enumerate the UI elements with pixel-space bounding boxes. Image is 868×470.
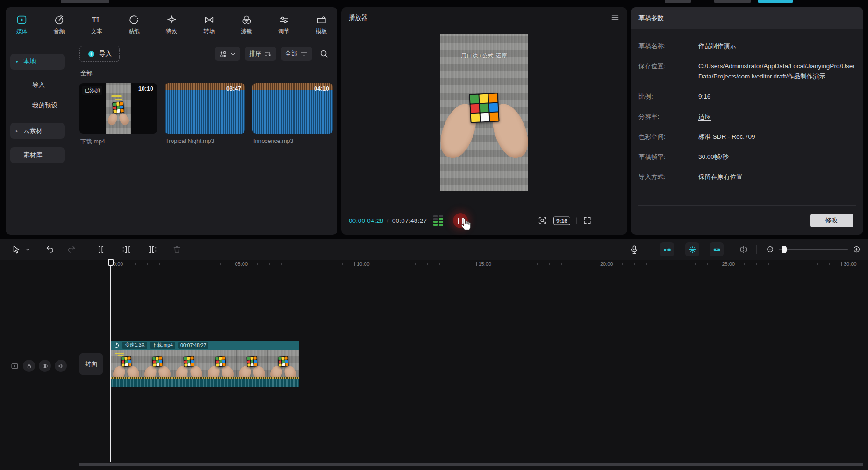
preview-axis-icon[interactable]: [739, 244, 749, 255]
grid-view-icon: [219, 50, 227, 58]
chevron-down-icon[interactable]: [24, 246, 31, 253]
filter-button[interactable]: 全部: [281, 47, 312, 61]
import-button[interactable]: 导入: [79, 46, 120, 62]
media-card-audio[interactable]: 04:10Innocence.mp3: [252, 83, 333, 146]
ratio-button[interactable]: 9:16: [553, 216, 570, 225]
param-row: 分辨率:适应: [638, 112, 856, 122]
caret-right-icon: ▸: [16, 128, 20, 133]
ruler-tick-minor: [208, 263, 208, 265]
tab-文本[interactable]: TI文本: [91, 14, 102, 36]
ruler-tick-minor: [634, 263, 635, 265]
playhead-handle[interactable]: [108, 259, 114, 266]
select-tool-icon[interactable]: [11, 244, 22, 255]
zoom-in-icon[interactable]: [852, 245, 861, 254]
delete-icon[interactable]: [172, 245, 182, 255]
tab-媒体[interactable]: 媒体: [16, 14, 28, 36]
ruler-tick-minor: [695, 263, 696, 265]
tab-贴纸[interactable]: 贴纸: [128, 14, 140, 36]
modify-button[interactable]: 修改: [810, 214, 853, 227]
lock-track-button[interactable]: [23, 360, 35, 372]
meter-cell: [433, 215, 438, 217]
param-value: 30.00帧/秒: [698, 152, 856, 162]
cropped-top-button[interactable]: [665, 0, 691, 3]
auto-snap-toggle[interactable]: [685, 242, 699, 256]
media-card-audio[interactable]: 03:47Tropical Night.mp3: [165, 83, 245, 146]
hamburger-icon[interactable]: [610, 13, 620, 22]
tab-音频[interactable]: 音频: [53, 14, 65, 36]
record-voiceover-icon[interactable]: [629, 244, 639, 255]
sidebar-item-label: 导入: [32, 81, 45, 89]
search-icon[interactable]: [319, 49, 329, 59]
cover-button[interactable]: 封面: [79, 353, 103, 375]
ruler-tick-minor: [549, 263, 550, 265]
ruler-tick-minor: [732, 263, 732, 265]
filmstrip-frame: [142, 350, 173, 377]
hide-track-button[interactable]: [39, 360, 51, 372]
ruler-tick-minor: [768, 263, 769, 265]
meter-cell: [439, 224, 443, 226]
link-toggle[interactable]: [710, 242, 724, 256]
cropped-top-button[interactable]: [714, 0, 751, 3]
audio-waveform: [252, 90, 333, 134]
split-icon[interactable]: [96, 244, 106, 255]
mute-track-button[interactable]: [55, 360, 67, 372]
horizontal-scrollbar[interactable]: [79, 463, 863, 466]
cropped-export-button[interactable]: [758, 0, 793, 3]
undo-icon[interactable]: [45, 244, 55, 255]
ruler-tick-minor: [452, 263, 452, 265]
ruler-tick-minor: [561, 263, 562, 265]
sidebar-item-我的预设[interactable]: 我的预设: [10, 100, 65, 111]
tab-调节[interactable]: 调节: [278, 14, 290, 36]
clip-filmstrip: [111, 350, 299, 377]
params-title: 草稿参数: [638, 14, 664, 22]
total-time: 00:07:48:27: [392, 217, 427, 224]
playhead-line: [110, 265, 111, 462]
tab-转场[interactable]: 转场: [203, 14, 215, 36]
ruler-tick-minor: [403, 263, 403, 265]
ruler-tick-minor: [366, 263, 367, 265]
zoom-slider-track[interactable]: [779, 249, 848, 250]
ruler-tick-minor: [501, 263, 501, 265]
link-icon: [712, 245, 721, 254]
filmstrip-frame: [237, 350, 268, 377]
param-value[interactable]: 适应: [698, 112, 856, 122]
plus-icon: [87, 50, 95, 58]
zoom-out-icon[interactable]: [766, 245, 775, 254]
video-clip[interactable]: 变速1.3X 下载.mp4 00:07:48:27: [111, 341, 299, 387]
timeline-toolbar: [0, 239, 868, 260]
media-card-video[interactable]: 已添加10:10下载.mp4: [79, 83, 157, 146]
split-delete-left-icon[interactable]: [122, 244, 132, 255]
ruler-tick-minor: [294, 263, 294, 265]
zoom-slider-handle[interactable]: [782, 246, 787, 253]
sort-button[interactable]: 排序: [245, 47, 276, 61]
cropped-top-button[interactable]: [61, 0, 109, 3]
media-file-name: Tropical Night.mp3: [165, 138, 245, 144]
ruler-tick-major: [598, 262, 598, 266]
track-controls: [0, 360, 75, 372]
view-mode-dropdown[interactable]: [215, 47, 240, 61]
split-delete-right-icon[interactable]: [147, 244, 158, 255]
player-controls: 00:00:04:28 / 00:07:48:27 9:16: [341, 212, 627, 229]
preview-quality-icon[interactable]: [538, 216, 547, 226]
fullscreen-icon[interactable]: [583, 216, 592, 225]
tab-模板[interactable]: 模板: [316, 14, 327, 36]
sidebar-item-素材库[interactable]: 素材库: [10, 147, 65, 163]
transition-icon: [203, 14, 215, 26]
tab-特效[interactable]: 特效: [166, 14, 178, 36]
sidebar-item-本地[interactable]: ▾本地: [10, 54, 65, 70]
ruler-tick-minor: [269, 263, 270, 265]
sidebar-item-云素材[interactable]: ▸云素材: [10, 123, 65, 139]
timeline-ruler[interactable]: 0:0005:0010:0015:0020:0025:0030:00: [0, 260, 868, 272]
redo-icon[interactable]: [66, 244, 77, 255]
sidebar-item-导入[interactable]: 导入: [10, 80, 65, 90]
snap-toggle[interactable]: [660, 242, 674, 256]
ruler-tick-minor: [330, 263, 330, 265]
sort-icon: [264, 50, 272, 58]
adjust-icon: [278, 14, 290, 26]
video-preview[interactable]: 用口诀+公式 还原: [440, 34, 528, 191]
ruler-tick-minor: [854, 263, 854, 265]
app-window: 媒体音频TI文本贴纸特效转场滤镜调节模板 ▾本地导入我的预设▸云素材素材库 导入…: [0, 0, 868, 470]
tab-滤镜[interactable]: 滤镜: [241, 14, 252, 36]
autosnap-icon: [688, 245, 697, 254]
filmstrip-frame: [111, 350, 142, 377]
